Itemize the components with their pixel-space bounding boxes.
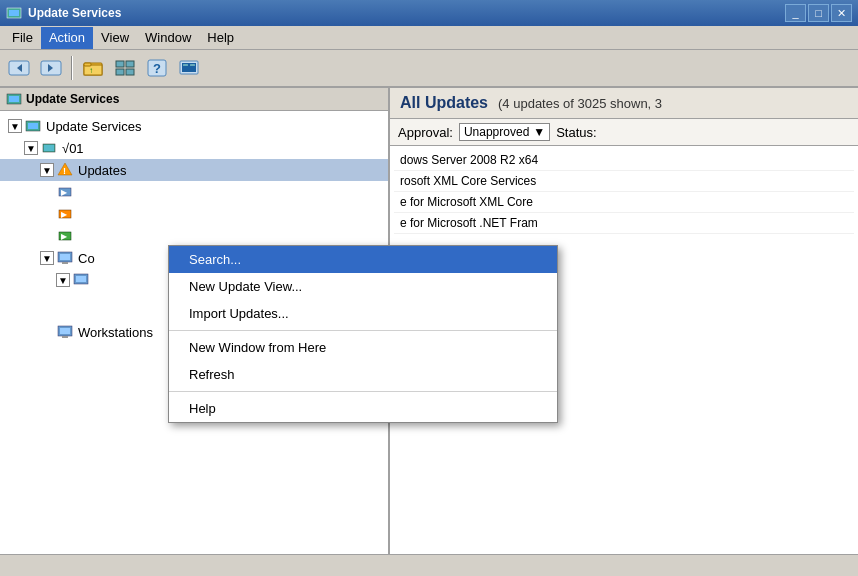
properties-button[interactable] [110,53,140,83]
tree-row-root[interactable]: ▼ Update Services [0,115,388,137]
right-content: dows Server 2008 R2 x64 rosoft XML Core … [390,146,858,238]
update-child-icon-1: ▶ [56,184,74,200]
context-refresh[interactable]: Refresh [169,361,557,388]
svg-text:?: ? [153,61,161,76]
expand-updates[interactable]: ▼ [40,163,54,177]
menu-window[interactable]: Window [137,27,199,49]
workstations-icon [56,324,74,340]
svg-text:▶: ▶ [61,232,68,241]
title-bar-controls: _ □ ✕ [785,4,852,22]
update-row-2[interactable]: rosoft XML Core Services [394,171,854,192]
tree-row-updates[interactable]: ▼ ! Updates [0,159,388,181]
folder-button[interactable]: ↑ [78,53,108,83]
right-header: All Updates (4 updates of 3025 shown, 3 [390,88,858,119]
expand-comp-child[interactable]: ▼ [56,273,70,287]
toolbar-separator-1 [71,56,73,80]
context-separator-2 [169,391,557,392]
workstations-label: Workstations [78,325,153,340]
svg-rect-10 [116,61,124,67]
svg-rect-41 [62,336,68,338]
svg-text:!: ! [63,166,66,176]
menu-action[interactable]: Action [41,27,93,49]
server-icon [40,140,58,156]
context-new-update-view[interactable]: New Update View... [169,273,557,300]
context-help[interactable]: Help [169,395,557,422]
updates-icon: ! [56,162,74,178]
root-icon [24,118,42,134]
svg-rect-11 [126,61,134,67]
right-info: (4 updates of 3025 shown, 3 [498,96,662,111]
tree-row-update-3[interactable]: ▶ [0,225,388,247]
back-button[interactable] [4,53,34,83]
update-row-3[interactable]: e for Microsoft XML Core [394,192,854,213]
filter-bar: Approval: Unapproved ▼ Status: [390,119,858,146]
context-new-window[interactable]: New Window from Here [169,334,557,361]
expand-root[interactable]: ▼ [8,119,22,133]
svg-rect-23 [28,123,38,129]
expand-server[interactable]: ▼ [24,141,38,155]
svg-rect-36 [62,262,68,264]
svg-rect-12 [116,69,124,75]
computers-label: Co [78,251,95,266]
comp-child-icon [72,272,90,288]
update-row-4[interactable]: e for Microsoft .NET Fram [394,213,854,234]
root-label: Update Services [46,119,141,134]
filter-status-label: Status: [556,125,596,140]
menu-bar: File Action View Window Help [0,26,858,50]
menu-help[interactable]: Help [199,27,242,49]
tree-row-server[interactable]: ▼ √01 [0,137,388,159]
context-separator-1 [169,330,557,331]
svg-text:▶: ▶ [61,210,68,219]
forward-button[interactable] [36,53,66,83]
tree-row-update-1[interactable]: ▶ [0,181,388,203]
context-menu: Search... New Update View... Import Upda… [168,245,558,423]
context-search[interactable]: Search... [169,246,557,273]
title-bar: Update Services _ □ ✕ [0,0,858,26]
update-child-icon-3: ▶ [56,228,74,244]
right-title: All Updates [400,94,488,112]
update-child-icon-2: ▶ [56,206,74,222]
svg-rect-13 [126,69,134,75]
help-button[interactable]: ? [142,53,172,83]
svg-rect-40 [60,328,70,334]
svg-rect-35 [60,254,70,260]
maximize-button[interactable]: □ [808,4,829,22]
svg-rect-1 [9,10,19,16]
console-button[interactable] [174,53,204,83]
update-row-1[interactable]: dows Server 2008 R2 x64 [394,150,854,171]
svg-rect-18 [183,64,188,66]
status-bar [0,554,858,576]
updates-label: Updates [78,163,126,178]
context-import-updates[interactable]: Import Updates... [169,300,557,327]
svg-rect-21 [9,96,19,102]
server-label: √01 [62,141,84,156]
svg-text:↑: ↑ [89,66,93,75]
menu-file[interactable]: File [4,27,41,49]
toolbar: ↑ ? [0,50,858,88]
close-button[interactable]: ✕ [831,4,852,22]
svg-rect-38 [76,276,86,282]
computers-icon [56,250,74,266]
dropdown-arrow-icon: ▼ [533,125,545,139]
svg-rect-19 [190,64,195,66]
tree-row-update-2[interactable]: ▶ [0,203,388,225]
menu-view[interactable]: View [93,27,137,49]
svg-text:▶: ▶ [61,188,68,197]
tree-header: Update Services [0,88,388,111]
tree-header-text: Update Services [26,92,119,106]
expand-computers[interactable]: ▼ [40,251,54,265]
title-bar-text: Update Services [28,6,785,20]
svg-rect-25 [44,145,54,151]
filter-approval-label: Approval: [398,125,453,140]
approval-dropdown[interactable]: Unapproved ▼ [459,123,550,141]
app-icon [6,5,22,21]
minimize-button[interactable]: _ [785,4,806,22]
